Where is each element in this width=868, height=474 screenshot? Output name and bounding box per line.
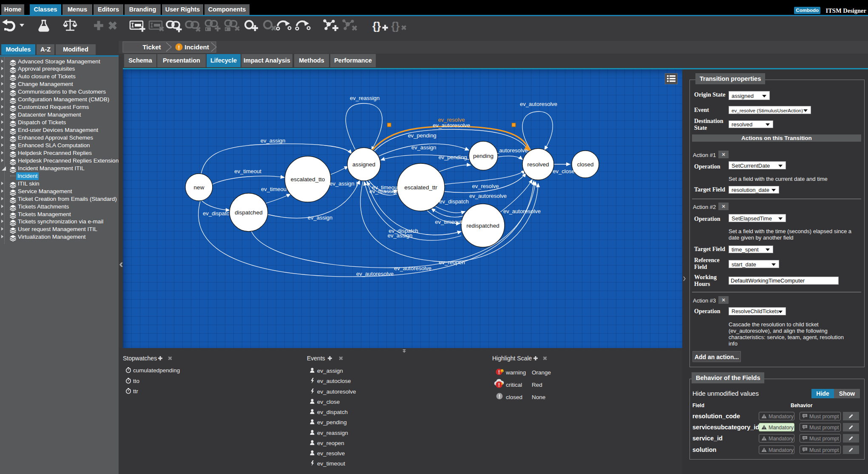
svg-text:None: None xyxy=(532,394,545,400)
svg-text:ev_timeou: ev_timeou xyxy=(261,186,286,192)
svg-text:Incident: Incident xyxy=(184,43,209,51)
svg-text:ttr: ttr xyxy=(133,388,139,394)
svg-text:assigned: assigned xyxy=(352,161,375,168)
svg-text:cumulatedpending: cumulatedpending xyxy=(133,367,180,374)
svg-text:ev_dispatc: ev_dispatc xyxy=(203,210,230,217)
svg-text:escalated_ttr: escalated_ttr xyxy=(404,184,437,191)
svg-text:ev_autoresolve: ev_autoresolve xyxy=(433,122,470,128)
svg-text:ev_assign |: ev_assign | xyxy=(329,180,357,187)
svg-text:ev_pending: ev_pending xyxy=(438,154,467,160)
svg-text:ev_resolve: ev_resolve xyxy=(472,183,499,189)
svg-text:pending: pending xyxy=(473,153,494,159)
svg-text:{}: {} xyxy=(372,20,381,32)
svg-text:critical: critical xyxy=(506,382,522,388)
svg-text:ev_autoresolve: ev_autoresolve xyxy=(503,208,541,214)
svg-text:resolved: resolved xyxy=(527,161,549,168)
svg-text:ev_timeout: ev_timeout xyxy=(435,219,462,225)
svg-text:closed: closed xyxy=(577,161,593,168)
svg-text:new: new xyxy=(194,184,204,191)
svg-text:{}: {} xyxy=(391,20,400,32)
svg-text:ev_dispatch: ev_dispatch xyxy=(317,409,348,415)
svg-text:!: ! xyxy=(178,44,180,51)
svg-text:ev_reassign: ev_reassign xyxy=(369,188,399,194)
svg-text:!: ! xyxy=(499,394,500,400)
svg-text:ev_autoresolve: ev_autoresolve xyxy=(469,193,507,199)
svg-text:Events: Events xyxy=(307,355,325,362)
svg-text:ev_assign: ev_assign xyxy=(308,214,333,221)
svg-text:ev_pending: ev_pending xyxy=(408,132,436,139)
svg-text:ev_dispatch: ev_dispatch xyxy=(439,198,468,205)
svg-text:Orange: Orange xyxy=(532,369,551,376)
svg-text:ev_autoresolve: ev_autoresolve xyxy=(317,388,356,395)
svg-text:!: ! xyxy=(498,382,500,388)
svg-text:ev_assign: ev_assign xyxy=(411,144,437,151)
svg-text:ev_reopen: ev_reopen xyxy=(317,440,344,446)
svg-text:ev_assign: ev_assign xyxy=(261,137,286,144)
svg-text:ev_autoresolve: ev_autoresolve xyxy=(520,101,557,107)
svg-text:ev_close: ev_close xyxy=(317,399,340,405)
svg-text:ev_autoclose: ev_autoclose xyxy=(317,378,351,384)
svg-text:warning: warning xyxy=(505,369,526,376)
svg-text:tto: tto xyxy=(133,378,139,384)
svg-text:Highlight Scale: Highlight Scale xyxy=(492,355,532,362)
svg-text:ev_reopen: ev_reopen xyxy=(439,259,465,266)
svg-text:redispatched: redispatched xyxy=(466,223,499,229)
svg-text:ev_close: ev_close xyxy=(553,168,574,174)
svg-text:ev_assign: ev_assign xyxy=(317,368,343,374)
svg-text:ev_timeout: ev_timeout xyxy=(234,168,261,174)
svg-text:ev_autoresolve: ev_autoresolve xyxy=(356,271,394,277)
svg-text:escalated_tto: escalated_tto xyxy=(291,176,325,183)
svg-text:ev_pending: ev_pending xyxy=(317,419,347,425)
svg-text:ev_autoresolve: ev_autoresolve xyxy=(394,265,431,271)
svg-text:ev_assign: ev_assign xyxy=(388,232,413,239)
svg-text:Red: Red xyxy=(532,382,542,388)
svg-text:ev_timeout: ev_timeout xyxy=(317,460,345,467)
svg-text:!: ! xyxy=(498,369,500,375)
svg-text:ev_resolve: ev_resolve xyxy=(317,450,345,457)
svg-text:closed: closed xyxy=(506,394,522,400)
svg-text:Ticket: Ticket xyxy=(142,43,161,51)
svg-text:v_autoresolve: v_autoresolve xyxy=(494,147,528,154)
svg-text:Stopwatches: Stopwatches xyxy=(123,355,157,362)
svg-text:ev_reassign: ev_reassign xyxy=(317,430,348,436)
svg-text:dispatched: dispatched xyxy=(235,209,262,216)
svg-text:ev_reassign: ev_reassign xyxy=(350,95,380,101)
